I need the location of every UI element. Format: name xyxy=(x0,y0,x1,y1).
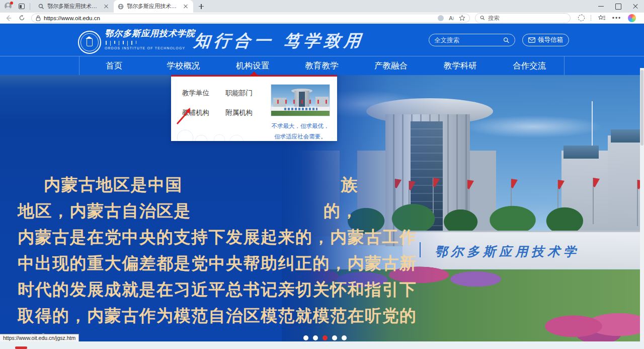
status-bar-url: https://www.oit.edu.cn/jgsz.htm xyxy=(0,334,79,342)
carousel-dot-1[interactable] xyxy=(303,335,308,340)
school-brand[interactable]: 鄂尔多斯应用技术学院 ORDOS INSTITUTE OF TECHNOLOGY xyxy=(105,28,195,50)
institutions-dropdown-menu: 教学单位 职能部门 教辅机构 附属机构 不求最大，但求最优， 但求适应社会需要。 xyxy=(171,75,337,141)
school-seal-logo[interactable] xyxy=(78,31,101,54)
copilot-icon[interactable] xyxy=(627,14,636,23)
search-favicon-icon xyxy=(38,4,44,10)
search-icon xyxy=(480,15,485,21)
site-search-input[interactable] xyxy=(434,37,503,44)
carousel-dot-5[interactable] xyxy=(342,335,347,340)
refresh-button[interactable] xyxy=(17,14,26,23)
leader-mailbox-button[interactable]: 领导信箱 xyxy=(522,34,569,46)
site-search-box[interactable] xyxy=(429,34,515,46)
favorites-hub-icon[interactable] xyxy=(597,14,606,23)
school-slogan: 知行合一 笃学致用 xyxy=(193,30,365,52)
back-arrow-icon xyxy=(5,15,12,22)
toolbar-divider xyxy=(591,15,591,21)
globe-favicon-icon xyxy=(118,4,124,10)
tab-search-results[interactable]: 鄂尔多斯应用技术学院 - 搜索 xyxy=(34,0,114,13)
carousel-dot-3[interactable] xyxy=(323,335,328,340)
dropdown-caret-icon xyxy=(250,72,258,76)
site-header: 鄂尔多斯应用技术学院 ORDOS INSTITUTE OF TECHNOLOGY… xyxy=(0,24,644,56)
dropdown-campus-thumbnail[interactable] xyxy=(271,84,330,116)
main-navigation: 首页 学校概况 机构设置 教育教学 产教融合 教学科研 合作交流 xyxy=(0,56,644,75)
new-tab-button[interactable] xyxy=(197,3,205,11)
school-name: 鄂尔多斯应用技术学院 xyxy=(105,28,195,39)
school-name-en: ORDOS INSTITUTE OF TECHNOLOGY xyxy=(105,46,195,50)
tab-divider xyxy=(30,3,30,10)
maximize-button[interactable] xyxy=(610,0,627,13)
nav-item-home[interactable]: 首页 xyxy=(79,56,149,76)
carousel-dot-4[interactable] xyxy=(332,335,337,340)
page-scrollbar[interactable] xyxy=(640,68,644,341)
extensions-icon[interactable] xyxy=(577,14,586,23)
envelope-icon xyxy=(528,37,535,43)
carousel-dots xyxy=(303,335,347,340)
carousel-dot-2[interactable] xyxy=(313,335,318,340)
tab-actions-menu-icon[interactable] xyxy=(19,4,25,9)
browser-window: 鄂尔多斯应用技术学院 - 搜索 鄂尔多斯应用技术学院 https://www.o… xyxy=(0,0,644,349)
translate-icon[interactable] xyxy=(438,15,444,21)
read-aloud-icon[interactable]: A) xyxy=(449,15,454,21)
dropdown-link-functional-departments[interactable]: 职能部门 xyxy=(225,89,269,98)
favorite-star-icon[interactable] xyxy=(459,15,465,21)
back-button[interactable] xyxy=(4,14,13,23)
toolbar-search-input[interactable] xyxy=(488,15,566,21)
settings-more-icon[interactable]: ••• xyxy=(612,14,621,23)
tab-close-icon[interactable] xyxy=(103,3,110,10)
refresh-icon xyxy=(19,15,25,21)
dropdown-link-teaching-units[interactable]: 教学单位 xyxy=(182,89,225,98)
lock-icon xyxy=(36,15,41,21)
address-bar[interactable]: https://www.oit.edu.cn A) xyxy=(31,14,470,23)
hero-quote-text: 内蒙古地区是中国族 地区，内蒙古自治区是的， 内蒙古是在党中央的支持下发展起来的… xyxy=(18,172,358,341)
mailbox-label: 领导信箱 xyxy=(538,36,563,44)
url-text[interactable]: https://www.oit.edu.cn xyxy=(44,15,100,21)
next-section-red-mark xyxy=(15,346,27,349)
notification-dot xyxy=(10,2,13,5)
toolbar-search-box[interactable] xyxy=(475,13,571,23)
dropdown-link-affiliated-institutions[interactable]: 附属机构 xyxy=(225,108,269,117)
scrollbar-thumb[interactable] xyxy=(640,70,643,146)
dropdown-motto: 不求最大，但求最优， 但求适应社会需要。 xyxy=(268,121,333,142)
profile-avatar[interactable] xyxy=(5,3,13,11)
seal-building-icon xyxy=(87,38,93,46)
mongolian-script xyxy=(106,41,195,45)
dropdown-link-teaching-support[interactable]: 教辅机构 xyxy=(182,108,225,117)
nav-item-research[interactable]: 教学科研 xyxy=(426,56,495,76)
tab-close-icon[interactable] xyxy=(182,3,189,10)
tab-strip: 鄂尔多斯应用技术学院 - 搜索 鄂尔多斯应用技术学院 xyxy=(0,0,644,13)
window-controls xyxy=(593,0,644,13)
close-window-button[interactable] xyxy=(627,0,644,13)
search-icon[interactable] xyxy=(503,37,510,44)
browser-toolbar: https://www.oit.edu.cn A) ••• xyxy=(0,13,644,24)
minimize-button[interactable] xyxy=(593,0,610,13)
next-section-strip xyxy=(0,341,644,349)
nav-item-education[interactable]: 教育教学 xyxy=(287,56,357,76)
tab-title: 鄂尔多斯应用技术学院 - 搜索 xyxy=(47,3,100,10)
tab-title: 鄂尔多斯应用技术学院 xyxy=(127,3,179,10)
nav-item-overview[interactable]: 学校概况 xyxy=(149,56,218,76)
nav-item-industry[interactable]: 产教融合 xyxy=(356,56,426,76)
tab-oit-site[interactable]: 鄂尔多斯应用技术学院 xyxy=(114,0,193,13)
nav-item-cooperation[interactable]: 合作交流 xyxy=(495,56,564,76)
